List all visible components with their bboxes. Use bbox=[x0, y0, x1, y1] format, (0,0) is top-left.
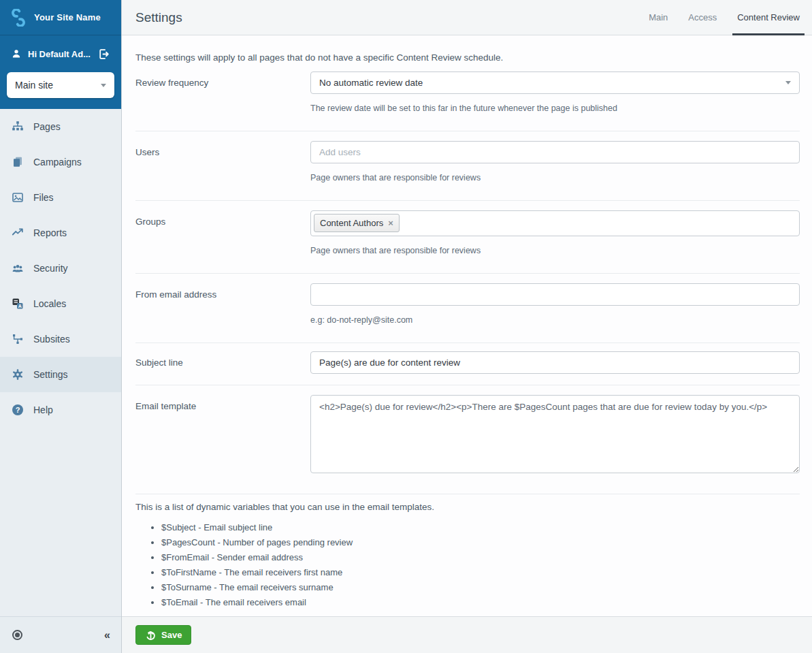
sitemap-icon bbox=[11, 121, 25, 133]
sidebar-item-security[interactable]: Security bbox=[0, 251, 121, 286]
sidebar-item-settings[interactable]: Settings bbox=[0, 357, 121, 392]
sidebar-item-pages[interactable]: Pages bbox=[0, 109, 121, 144]
site-selector-value: Main site bbox=[15, 80, 101, 91]
sidebar-item-locales[interactable]: A Locales bbox=[0, 286, 121, 321]
users-input[interactable] bbox=[310, 141, 800, 163]
users-label: Users bbox=[135, 141, 310, 182]
action-bar: Save bbox=[122, 616, 812, 653]
sidebar-item-label: Security bbox=[33, 263, 68, 274]
groups-input[interactable]: Content Authors × bbox=[310, 210, 800, 236]
app-window: Your Site Name Hi Default Ad... bbox=[0, 0, 812, 653]
form-row-subject: Subject line bbox=[135, 343, 800, 385]
svg-text:A: A bbox=[18, 304, 22, 308]
variable-item: $ToEmail - The email receivers email bbox=[161, 597, 800, 607]
form-row-review-frequency: Review frequency No automatic review dat… bbox=[135, 71, 800, 131]
from-email-label: From email address bbox=[135, 283, 310, 325]
tab-main[interactable]: Main bbox=[649, 0, 668, 35]
from-email-field: e.g: do-not-reply@site.com bbox=[310, 283, 800, 325]
variable-item: $Subject - Email subject line bbox=[161, 522, 800, 532]
subject-input[interactable] bbox=[310, 351, 800, 374]
review-frequency-value: No automatic review date bbox=[319, 78, 785, 88]
sidebar-item-label: Settings bbox=[33, 369, 68, 380]
tab-content-review[interactable]: Content Review bbox=[737, 0, 800, 35]
sidebar-item-label: Files bbox=[33, 192, 54, 203]
sidebar-item-label: Campaigns bbox=[33, 157, 82, 168]
chevron-down-icon bbox=[101, 84, 106, 87]
remove-tag-icon[interactable]: × bbox=[388, 219, 393, 227]
main-panel: Settings Main Access Content Review Thes… bbox=[121, 0, 812, 653]
sidebar-item-campaigns[interactable]: Campaigns bbox=[0, 144, 121, 180]
sidebar-nav: Pages Campaigns bbox=[0, 109, 121, 428]
form-row-email-template: Email template <h2>Page(s) due for revie… bbox=[135, 385, 800, 494]
users-icon bbox=[11, 262, 25, 274]
page-title: Settings bbox=[135, 10, 628, 25]
variable-item: $PagesCount - Number of pages pending re… bbox=[161, 537, 800, 547]
sidebar-item-files[interactable]: Files bbox=[0, 180, 121, 215]
review-frequency-field: No automatic review date The review date… bbox=[310, 71, 800, 113]
sidebar-item-label: Reports bbox=[33, 227, 67, 238]
sidebar-item-label: Pages bbox=[33, 121, 61, 132]
logo-icon bbox=[10, 9, 27, 27]
form-intro: These settings will apply to all pages t… bbox=[135, 35, 800, 71]
logout-icon bbox=[97, 48, 110, 61]
collapse-sidebar-button[interactable]: « bbox=[104, 630, 110, 641]
review-frequency-help: The review date will be set to this far … bbox=[310, 103, 800, 113]
form-row-from-email: From email address e.g: do-not-reply@sit… bbox=[135, 274, 800, 343]
groups-help: Page owners that are responsible for rev… bbox=[310, 246, 800, 255]
variable-item: $ToSurname - The email receivers surname bbox=[161, 582, 800, 592]
upload-icon bbox=[145, 629, 157, 641]
review-frequency-label: Review frequency bbox=[135, 71, 310, 113]
sidebar: Your Site Name Hi Default Ad... bbox=[0, 0, 121, 653]
sidebar-item-help[interactable]: ? Help bbox=[0, 392, 121, 428]
users-help: Page owners that are responsible for rev… bbox=[310, 173, 800, 182]
site-selector-dropdown[interactable]: Main site bbox=[7, 72, 114, 98]
chevron-down-icon bbox=[785, 81, 791, 84]
group-tag: Content Authors × bbox=[314, 214, 400, 232]
groups-label: Groups bbox=[135, 210, 310, 255]
from-email-input[interactable] bbox=[310, 283, 800, 306]
variable-item: $FromEmail - Sender email address bbox=[161, 552, 800, 562]
logout-button[interactable] bbox=[97, 48, 110, 61]
image-icon bbox=[11, 191, 25, 204]
variables-list: $Subject - Email subject line $PagesCoun… bbox=[161, 522, 800, 607]
user-row: Hi Default Ad... bbox=[0, 35, 121, 72]
form-row-users: Users Page owners that are responsible f… bbox=[135, 131, 800, 201]
sidebar-item-label: Subsites bbox=[33, 334, 70, 345]
group-tag-label: Content Authors bbox=[320, 218, 383, 228]
settings-form: These settings will apply to all pages t… bbox=[122, 35, 812, 616]
users-field: Page owners that are responsible for rev… bbox=[310, 141, 800, 182]
status-indicator-icon bbox=[12, 630, 22, 640]
variables-intro: This is a list of dynamic variables that… bbox=[135, 502, 800, 512]
translate-icon: A bbox=[11, 298, 25, 310]
from-email-help: e.g: do-not-reply@site.com bbox=[310, 315, 800, 325]
user-greeting: Hi Default Ad... bbox=[28, 49, 91, 59]
user-icon bbox=[11, 48, 22, 59]
form-row-groups: Groups Content Authors × Page owners tha… bbox=[135, 201, 800, 274]
sidebar-item-label: Help bbox=[33, 404, 53, 415]
groups-field: Content Authors × Page owners that are r… bbox=[310, 210, 800, 255]
tab-bar: Main Access Content Review bbox=[628, 0, 800, 35]
email-template-label: Email template bbox=[135, 395, 310, 476]
email-template-field: <h2>Page(s) due for review</h2><p>There … bbox=[310, 395, 800, 476]
network-icon bbox=[11, 333, 25, 345]
main-header: Settings Main Access Content Review bbox=[122, 0, 812, 35]
brand: Your Site Name bbox=[0, 0, 121, 35]
variable-item: $ToFirstName - The email receivers first… bbox=[161, 567, 800, 577]
help-icon: ? bbox=[11, 404, 25, 415]
site-name: Your Site Name bbox=[34, 12, 101, 22]
line-chart-icon bbox=[11, 227, 25, 239]
review-frequency-select[interactable]: No automatic review date bbox=[310, 71, 800, 94]
save-button[interactable]: Save bbox=[135, 625, 191, 645]
variables-section: This is a list of dynamic variables that… bbox=[135, 494, 800, 607]
subject-label: Subject line bbox=[135, 351, 310, 374]
copy-icon bbox=[11, 156, 25, 168]
email-template-textarea[interactable]: <h2>Page(s) due for review</h2><p>There … bbox=[310, 395, 800, 473]
sidebar-item-subsites[interactable]: Subsites bbox=[0, 321, 121, 357]
gear-icon bbox=[11, 368, 25, 381]
tab-access[interactable]: Access bbox=[688, 0, 717, 35]
save-label: Save bbox=[161, 630, 182, 640]
sidebar-header: Your Site Name Hi Default Ad... bbox=[0, 0, 121, 109]
sidebar-footer: « bbox=[0, 616, 121, 653]
sidebar-item-label: Locales bbox=[33, 298, 66, 309]
sidebar-item-reports[interactable]: Reports bbox=[0, 215, 121, 251]
